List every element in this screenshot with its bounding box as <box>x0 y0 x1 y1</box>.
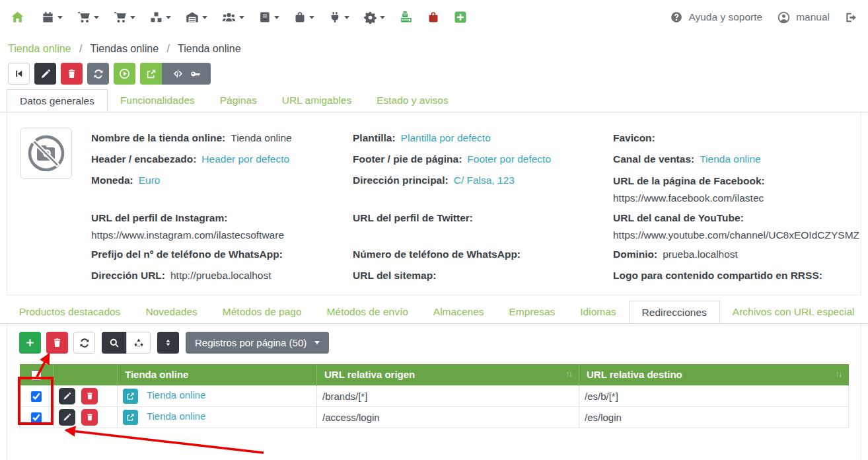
field-header: Header / encabezado:Header por defecto <box>91 149 353 170</box>
field-youtube-url: URL del canal de YouTube:https://www.you… <box>613 207 861 244</box>
trash-icon <box>67 69 77 79</box>
chevron-down-icon <box>309 16 314 19</box>
user-circle-icon <box>778 11 790 24</box>
row-checkbox[interactable] <box>31 391 42 402</box>
top-navbar: Ayuda y soporte manual <box>0 0 868 34</box>
nav-home-button[interactable] <box>11 11 24 24</box>
reload-list-button[interactable] <box>73 332 95 354</box>
nav-connections-menu[interactable] <box>329 11 349 23</box>
catalog-icon <box>259 11 271 23</box>
play-circle-icon <box>119 68 130 79</box>
plus-icon <box>25 338 35 348</box>
tab-paginas[interactable]: Páginas <box>207 89 270 112</box>
dest-cell: /es/login <box>579 406 849 428</box>
field-whatsapp-numero: Número de teléfono de WhatsApp: <box>353 244 613 265</box>
tab-metodos-envio[interactable]: Métodos de envío <box>314 301 421 323</box>
row-checkbox[interactable] <box>31 412 42 423</box>
nav-add-new-button[interactable] <box>454 11 467 24</box>
delete-row-button[interactable] <box>81 388 98 404</box>
nav-orders-menu[interactable] <box>77 11 99 24</box>
select-all-checkbox[interactable] <box>31 370 42 381</box>
page-size-dropdown[interactable]: Registros por página (50) <box>186 332 329 354</box>
field-direccion-url: Dirección URL:http://prueba.localhost <box>91 265 353 286</box>
breadcrumb-item-1[interactable]: Tiendas online <box>90 43 159 54</box>
gear-icon <box>364 11 377 24</box>
field-whatsapp-prefijo: Prefijo del nº de teléfono de WhatsApp: <box>91 244 353 265</box>
help-link[interactable]: Ayuda y soporte <box>688 11 762 23</box>
open-row-button[interactable] <box>123 389 138 404</box>
delete-selected-button[interactable] <box>46 332 68 354</box>
sync-icon <box>79 338 90 348</box>
open-store-button[interactable] <box>140 63 162 85</box>
nav-calendar-menu[interactable] <box>42 11 63 24</box>
edit-row-button[interactable] <box>59 388 75 404</box>
tab-idiomas[interactable]: Idiomas <box>567 301 628 323</box>
tab-url-amigables[interactable]: URL amigables <box>270 89 364 112</box>
nav-products-menu[interactable] <box>150 11 171 24</box>
clear-search-button[interactable] <box>126 332 151 354</box>
sort-toggle-icon[interactable]: ↑↓ <box>565 369 571 379</box>
breadcrumb-item-2: Tienda online <box>178 43 240 54</box>
chevron-down-icon <box>239 16 244 19</box>
activate-button[interactable] <box>114 63 135 85</box>
field-footer: Footer / pie de página:Footer por defect… <box>353 149 613 170</box>
store-link[interactable]: Tienda online <box>147 389 206 401</box>
tab-funcionalidades[interactable]: Funcionalidades <box>108 89 207 112</box>
open-row-button[interactable] <box>123 410 138 425</box>
list-toolbar: Registros por página (50) <box>19 332 849 354</box>
user-menu[interactable]: manual <box>796 11 830 23</box>
tab-empresas[interactable]: Empresas <box>497 301 568 323</box>
nav-carts-menu[interactable] <box>114 11 135 24</box>
nav-customers-menu[interactable] <box>222 11 244 24</box>
nav-warehouse-menu[interactable] <box>186 11 207 24</box>
dest-column-header: URL relativa destino↑↓ <box>579 364 849 385</box>
search-icon <box>109 338 120 348</box>
table-header-row: Tienda online URL relativa origen↑↓ URL … <box>20 364 849 385</box>
edit-button[interactable] <box>34 63 56 85</box>
code-icon <box>172 68 184 79</box>
redirections-panel: Registros por página (50) Tienda online … <box>7 324 861 460</box>
code-key-buttons[interactable] <box>162 63 211 85</box>
nav-purchases-button[interactable] <box>427 11 439 23</box>
chevron-down-icon <box>380 16 385 19</box>
chevron-down-icon <box>344 16 349 19</box>
chevron-down-icon <box>202 16 207 19</box>
nav-bag-menu[interactable] <box>294 11 314 23</box>
field-direccion-principal: Dirección principal:C/ Falsa, 123 <box>353 170 613 207</box>
chevron-down-icon <box>130 16 135 19</box>
tab-datos-generales[interactable]: Datos generales <box>7 89 108 112</box>
nav-pos-button[interactable] <box>400 11 413 24</box>
tab-novedades[interactable]: Novedades <box>133 301 209 323</box>
back-to-list-button[interactable] <box>8 63 30 85</box>
actions-header <box>54 364 118 385</box>
refresh-button[interactable] <box>87 63 109 85</box>
store-link[interactable]: Tienda online <box>147 410 206 422</box>
delete-row-button[interactable] <box>81 409 98 426</box>
question-circle-icon <box>670 11 682 23</box>
tab-archivos-url-especial[interactable]: Archivos con URL especial <box>720 301 867 323</box>
trash-icon <box>86 392 94 400</box>
add-redirect-button[interactable] <box>19 332 41 354</box>
external-link-icon <box>146 69 157 79</box>
chevron-down-icon <box>57 16 63 19</box>
breadcrumb-link-0[interactable]: Tienda online <box>8 43 71 54</box>
tab-redirecciones[interactable]: Redirecciones <box>629 301 720 323</box>
nav-settings-menu[interactable] <box>364 11 385 24</box>
tab-productos-destacados[interactable]: Productos destacados <box>7 301 133 323</box>
sort-toggle-icon[interactable]: ↑↓ <box>836 369 842 379</box>
tab-metodos-pago[interactable]: Métodos de pago <box>210 301 314 323</box>
tab-estado-avisos[interactable]: Estado y avisos <box>364 89 461 112</box>
chevron-down-icon <box>166 16 171 19</box>
delete-button[interactable] <box>61 63 83 85</box>
search-button-group <box>102 332 151 354</box>
sign-out-icon[interactable] <box>845 11 857 24</box>
nav-catalog-menu[interactable] <box>259 11 279 23</box>
trash-icon <box>86 413 94 421</box>
sort-button[interactable] <box>157 332 179 354</box>
link-button-group <box>140 63 211 85</box>
edit-row-button[interactable] <box>59 409 75 426</box>
tab-almacenes[interactable]: Almacenes <box>421 301 497 323</box>
field-canal-ventas: Canal de ventas:Tienda online <box>613 149 861 170</box>
search-button[interactable] <box>102 332 126 354</box>
navbar-right: Ayuda y soporte manual <box>670 11 857 24</box>
